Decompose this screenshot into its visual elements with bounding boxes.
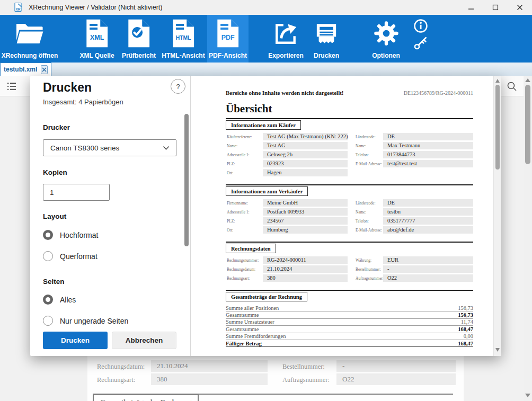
maximize-button[interactable] [483,0,508,15]
radio-all-pages[interactable]: Alles [43,294,76,305]
dialog-scrollbar-thumb[interactable] [184,114,189,246]
radio-landscape-circle[interactable] [43,251,53,261]
tab-close-icon [42,67,47,72]
outline-list-icon [6,81,17,92]
info-icon[interactable] [413,19,428,33]
toolbar-options-button[interactable]: Optionen [365,15,407,63]
scroll-down-arrow[interactable] [525,394,530,397]
main-toolbar: XRechnung öffnen XML XML Quelle [0,15,532,63]
tab-testubl[interactable]: testubl.xml [0,63,51,76]
totals-row: Summe aller Positionen 156,73 [226,305,473,311]
radio-portrait-circle[interactable] [43,230,53,240]
tab-bar: testubl.xml [0,63,532,76]
pdf-document-icon: PDF [216,15,240,52]
close-icon [517,4,523,11]
dialog-title: Drucken [43,81,92,95]
print-preview-pane: Bereiche ohne Inhalte werden nicht darge… [190,76,493,356]
xml-document-icon: XML [85,15,109,52]
toolbar-print-button[interactable]: Drucken [310,15,343,63]
field-row: PLZ: 023923 E-Mail-Adresse: test@test.te… [226,160,473,169]
totals-row: Fälliger Betrag 168,47 [226,340,473,347]
svg-text:PDF: PDF [221,34,235,41]
radio-landscape[interactable]: Querformat [43,251,97,262]
section-invoice: Rechnungsdaten Rechnungsnummer: RG-2024-… [226,242,473,283]
radio-odd-pages[interactable]: Nur ungerade Seiten [43,315,128,326]
section-title: Informationen zum Verkäufer [226,186,308,196]
print-dialog: Drucken Insgesamt: 4 Papierbögen ? Druck… [30,76,190,356]
field-row: Ort: Humberg E-Mail-Adresse: abc@def.de [226,226,473,235]
toolbar-html-view-button[interactable]: HTML HTML-Ansicht [161,15,206,63]
toolbar-pdf-view-button[interactable]: PDF PDF-Ansicht [207,15,249,63]
minimize-icon [468,4,474,11]
outline-toggle-button[interactable] [5,80,18,93]
svg-text:XML: XML [90,34,104,41]
copies-input[interactable] [43,184,110,201]
totals-row: Summe Umsatzsteuer 11,74 [226,319,473,326]
help-button[interactable]: ? [171,79,185,94]
toolbar-check-report-button[interactable]: Prüfbericht [119,15,159,63]
section-buyer: Informationen zum Käufer Käuferreferenz:… [226,119,473,178]
search-icon [506,81,518,92]
section-totals: Gesamtbeträge der Rechnung Summe aller P… [226,290,473,347]
svg-text:XR: XR [16,7,21,11]
window-scrollbar[interactable] [524,76,532,401]
printer-icon [314,15,339,52]
title-bar: XR XRechnung Viewer / Validator (Nicht a… [0,0,532,15]
minimize-button[interactable] [459,0,483,15]
app-icon: XR [13,2,24,13]
toolbar-export-button[interactable]: Exportieren [267,15,305,63]
preview-scroll-up-arrow[interactable] [495,79,500,83]
print-overlay: Drucken Insgesamt: 4 Papierbögen ? Druck… [30,76,501,356]
close-button[interactable] [508,0,532,15]
export-icon [274,15,298,52]
layout-label: Layout [43,212,66,220]
window-controls [459,0,532,15]
chevron-down-icon [163,146,170,150]
section-title: Informationen zum Käufer [226,120,301,130]
printer-select[interactable]: Canon TS8300 series [43,139,176,156]
toolbar-xml-source-button[interactable]: XML XML Quelle [75,15,119,63]
window-scrollbar-thumb[interactable] [525,85,530,164]
field-row: Rechnungsdatum: 21.10.2024 Bestellnummer… [226,265,473,274]
toolbar-info-license-group [409,15,432,63]
preview-scroll-down-arrow[interactable] [495,348,500,352]
field-row: Rechnungsnummer: RG-2024-000011 Währung:… [226,256,473,265]
field-row: Adresszeile 1: Gehweg 2b Telefon: 017384… [226,151,473,160]
license-key-icon[interactable] [413,35,428,50]
pages-label: Seiten [43,278,65,286]
maximize-icon [492,4,499,11]
search-button[interactable] [504,79,519,94]
printer-label: Drucker [43,123,70,131]
field-row: Name: Test AG Name: Max Testmann [226,142,473,151]
dialog-subtitle: Insgesamt: 4 Papierbögen [43,98,123,106]
report-magnifier-check-icon [127,15,151,52]
html-document-icon: HTML [171,15,196,52]
print-confirm-button[interactable]: Drucken [43,332,108,349]
radio-all-pages-circle[interactable] [43,295,53,305]
totals-row: Gesamtsumme 168,47 [226,326,473,333]
section-title: Rechnungsdaten [226,244,276,253]
preview-doc-ref: DE123456789/RG-2024-000011 [404,90,473,96]
field-row: Rechnungsart: 380 Auftragsnummer: O22 [226,274,473,283]
field-row: Käuferreferenz: Test AG (Max Testmann) (… [226,133,473,142]
svg-text:HTML: HTML [176,35,191,41]
section-title: Gesamtbeträge der Rechnung [226,292,307,301]
preview-page: Bereiche ohne Inhalte werden nicht darge… [226,76,473,356]
copies-label: Kopien [43,168,67,176]
field-row: Adresszeile 1: Postfach 009933 Name: tes… [226,208,473,217]
cancel-button[interactable]: Abbrechen [112,332,176,349]
totals-row: Summe Fremdforderungen 0,00 [226,333,473,340]
section-seller: Informationen zum Verkäufer Firmenname: … [226,184,473,235]
window-title: XRechnung Viewer / Validator (Nicht akti… [29,4,162,11]
radio-portrait[interactable]: Hochformat [43,229,98,240]
tab-close-button[interactable] [41,65,48,74]
field-row: Ort: Hagen [226,169,473,178]
preview-heading: Übersicht [226,102,473,119]
open-folder-icon [15,15,44,52]
scroll-up-arrow[interactable] [525,78,530,82]
radio-odd-pages-circle[interactable] [43,316,53,326]
preview-scrollbar[interactable] [493,76,501,356]
toolbar-open-button[interactable]: XRechnung öffnen [3,15,56,63]
field-row: Firmenname: Meine GmbH Ländercode: DE [226,199,473,208]
preview-scrollbar-thumb[interactable] [495,85,500,170]
